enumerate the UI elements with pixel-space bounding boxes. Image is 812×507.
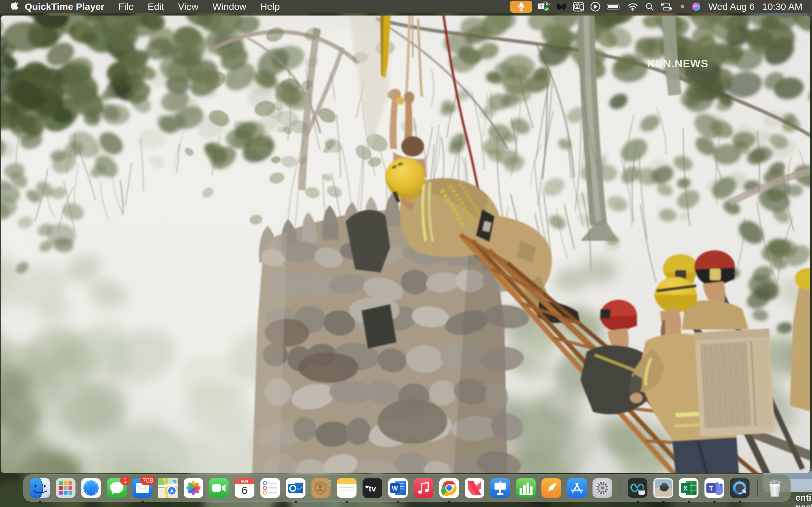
svg-text:W: W [392, 485, 398, 492]
svg-text:T: T [709, 485, 713, 492]
svg-text:6: 6 [242, 484, 248, 496]
svg-text:KNN.NEWS: KNN.NEWS [647, 57, 708, 69]
svg-text:AUG: AUG [241, 480, 248, 483]
svg-text:X: X [683, 485, 688, 492]
svg-text:tv: tv [368, 484, 376, 493]
svg-text:T: T [540, 4, 542, 9]
